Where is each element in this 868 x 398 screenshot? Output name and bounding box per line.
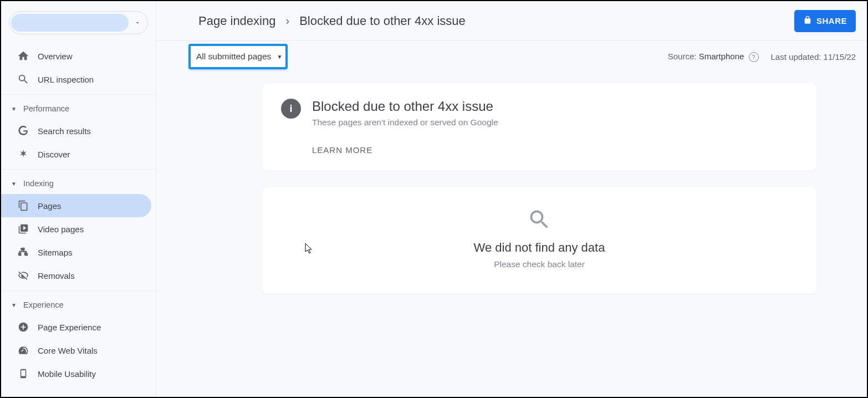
google-icon bbox=[17, 124, 30, 137]
sitemap-icon bbox=[17, 246, 30, 259]
sidebar-item-label: Mobile Usability bbox=[38, 369, 96, 379]
header: Page indexing › Blocked due to other 4xx… bbox=[156, 1, 867, 41]
section-label: Indexing bbox=[23, 179, 54, 188]
sidebar-item-label: Page Experience bbox=[38, 323, 101, 332]
main: Page indexing › Blocked due to other 4xx… bbox=[156, 1, 867, 397]
divider bbox=[1, 169, 156, 170]
meta-info: Source: Smartphone ? Last updated: 11/15… bbox=[668, 52, 856, 62]
chevron-down-icon bbox=[132, 17, 143, 28]
sidebar-item-label: Pages bbox=[38, 201, 62, 211]
help-icon[interactable]: ? bbox=[749, 52, 759, 62]
sidebar-item-removals[interactable]: Removals bbox=[1, 264, 151, 287]
sidebar-item-label: Search results bbox=[38, 126, 91, 136]
breadcrumb: Page indexing › Blocked due to other 4xx… bbox=[198, 14, 466, 28]
sidebar-item-core-web-vitals[interactable]: Core Web Vitals bbox=[1, 339, 151, 362]
asterisk-icon bbox=[17, 147, 30, 161]
section-label: Performance bbox=[23, 104, 69, 113]
sidebar-item-pages[interactable]: Pages bbox=[1, 194, 151, 217]
sidebar-item-label: Sitemaps bbox=[38, 248, 73, 257]
source-info: Source: Smartphone ? bbox=[668, 52, 759, 62]
caret-down-icon: ▼ bbox=[11, 181, 18, 187]
empty-state-card: We did not find any data Please check ba… bbox=[262, 187, 816, 294]
share-button[interactable]: SHARE bbox=[794, 10, 856, 32]
breadcrumb-parent[interactable]: Page indexing bbox=[198, 14, 275, 28]
visibility-off-icon bbox=[17, 269, 30, 282]
property-pill bbox=[11, 14, 129, 32]
lock-icon bbox=[803, 16, 812, 26]
sidebar-item-page-experience[interactable]: Page Experience bbox=[1, 315, 151, 339]
issue-card: i Blocked due to other 4xx issue These p… bbox=[262, 83, 816, 171]
learn-more-button[interactable]: LEARN MORE bbox=[312, 145, 372, 155]
home-icon bbox=[17, 49, 30, 63]
share-label: SHARE bbox=[816, 16, 847, 25]
sidebar-item-label: Video pages bbox=[38, 224, 84, 234]
search-icon bbox=[17, 73, 30, 86]
issue-title: Blocked due to other 4xx issue bbox=[312, 99, 498, 114]
property-selector[interactable] bbox=[9, 11, 148, 34]
search-icon bbox=[281, 207, 798, 234]
breadcrumb-current: Blocked due to other 4xx issue bbox=[299, 14, 466, 28]
divider bbox=[1, 94, 156, 95]
updated-info: Last updated: 11/15/22 bbox=[771, 52, 856, 62]
sidebar-item-label: Removals bbox=[38, 271, 75, 280]
mobile-icon bbox=[17, 367, 30, 380]
caret-down-icon: ▼ bbox=[11, 106, 18, 112]
pages-icon bbox=[17, 199, 30, 212]
sidebar-item-label: Discover bbox=[38, 150, 70, 159]
plus-circle-icon bbox=[17, 320, 30, 334]
sidebar-item-discover[interactable]: Discover bbox=[1, 142, 151, 166]
sidebar-item-overview[interactable]: Overview bbox=[1, 44, 151, 68]
sidebar-item-sitemaps[interactable]: Sitemaps bbox=[1, 241, 151, 264]
sidebar-item-video-pages[interactable]: Video pages bbox=[1, 217, 151, 241]
chevron-right-icon: › bbox=[285, 14, 289, 27]
sidebar: Overview URL inspection ▼ Performance Se… bbox=[1, 1, 156, 397]
info-icon: i bbox=[281, 99, 301, 119]
sidebar-section-indexing[interactable]: ▼ Indexing bbox=[1, 173, 156, 194]
divider bbox=[1, 290, 156, 291]
sidebar-item-mobile-usability[interactable]: Mobile Usability bbox=[1, 362, 151, 385]
caret-down-icon: ▼ bbox=[277, 54, 282, 60]
sidebar-section-experience[interactable]: ▼ Experience bbox=[1, 294, 156, 315]
issue-subtitle: These pages aren't indexed or served on … bbox=[312, 118, 498, 127]
section-label: Experience bbox=[23, 300, 64, 309]
sidebar-item-url-inspection[interactable]: URL inspection bbox=[1, 68, 151, 91]
speed-icon bbox=[17, 344, 30, 357]
sidebar-item-search-results[interactable]: Search results bbox=[1, 119, 151, 142]
empty-subtitle: Please check back later bbox=[281, 259, 798, 269]
caret-down-icon: ▼ bbox=[11, 302, 18, 308]
content: i Blocked due to other 4xx issue These p… bbox=[156, 72, 867, 397]
sidebar-item-label: Overview bbox=[38, 52, 73, 61]
filter-selected: All submitted pages bbox=[196, 52, 271, 62]
sidebar-item-label: URL inspection bbox=[38, 75, 94, 84]
video-icon bbox=[17, 222, 30, 236]
subheader: All submitted pages ▼ Source: Smartphone… bbox=[156, 41, 867, 72]
empty-title: We did not find any data bbox=[281, 241, 798, 255]
sidebar-section-performance[interactable]: ▼ Performance bbox=[1, 98, 156, 119]
filter-dropdown[interactable]: All submitted pages ▼ bbox=[188, 44, 288, 69]
sidebar-item-label: Core Web Vitals bbox=[38, 346, 98, 355]
